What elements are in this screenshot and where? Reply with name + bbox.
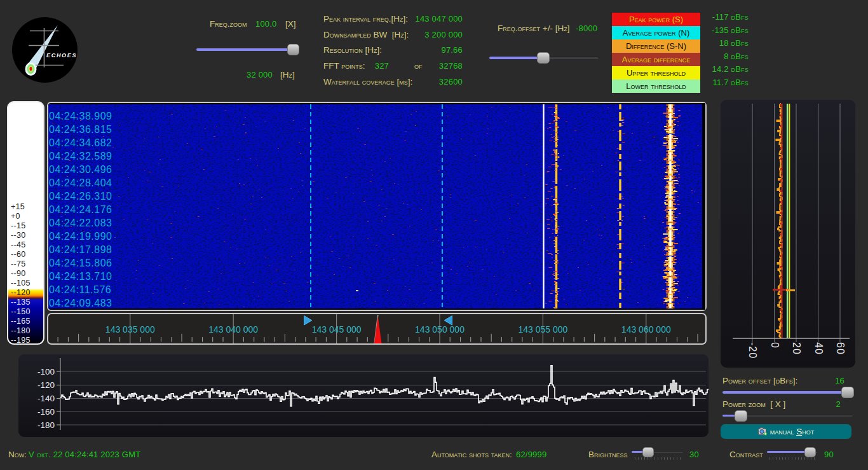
svg-text:-160: -160 — [37, 407, 55, 417]
svg-text:143 060 000: 143 060 000 — [621, 324, 671, 335]
svg-text:-20: -20 — [747, 342, 758, 359]
svg-text:-100: -100 — [37, 367, 55, 377]
svg-text:-180: -180 — [37, 420, 55, 430]
svg-text:143 055 000: 143 055 000 — [518, 324, 567, 335]
svg-text:0: 0 — [770, 342, 780, 349]
svg-text:143 040 000: 143 040 000 — [208, 324, 258, 335]
svg-text:143 050 000: 143 050 000 — [415, 324, 465, 335]
svg-text:143 035 000: 143 035 000 — [105, 324, 155, 335]
svg-text:-140: -140 — [37, 394, 55, 403]
svg-text:40: 40 — [813, 342, 824, 355]
svg-text:-120: -120 — [37, 380, 55, 390]
svg-text:60: 60 — [835, 342, 846, 355]
svg-text:143 045 000: 143 045 000 — [312, 324, 362, 335]
svg-text:ECHOES: ECHOES — [46, 52, 77, 59]
svg-text:20: 20 — [791, 342, 802, 355]
